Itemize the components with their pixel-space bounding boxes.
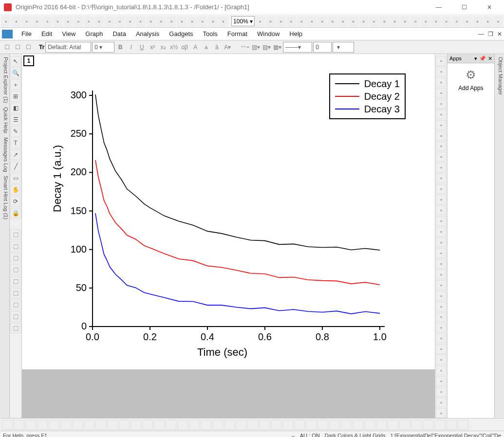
menu-help[interactable]: Help — [284, 29, 307, 39]
right-toolbar-button[interactable]: ▫ — [436, 88, 447, 98]
messages-log-tab[interactable]: Messages Log — [0, 137, 9, 172]
right-toolbar-button[interactable]: ▫ — [436, 398, 447, 407]
toolbar-button[interactable]: ▫ — [379, 16, 389, 27]
graphtype-button[interactable] — [434, 420, 445, 430]
right-toolbar-button[interactable]: ▫ — [436, 195, 447, 204]
mdi-minimize[interactable]: — — [476, 29, 486, 39]
graphtype-button[interactable] — [224, 420, 235, 430]
font-color-button[interactable]: A▾ — [223, 42, 232, 52]
toolbar-button[interactable]: ▫ — [198, 16, 207, 27]
graphtype-button[interactable] — [177, 420, 188, 430]
greek-button[interactable]: αβ — [180, 42, 189, 52]
graphtype-button[interactable] — [49, 420, 59, 430]
graphtype-button[interactable] — [388, 420, 398, 430]
color-swatch[interactable]: ▾ — [333, 42, 354, 53]
hand-tool-icon[interactable]: ✋ — [10, 184, 21, 195]
right-toolbar-button[interactable]: ▫ — [436, 259, 447, 269]
graphtype-button[interactable] — [317, 420, 328, 430]
toolbar-button[interactable]: ▫ — [493, 16, 503, 27]
opacity-field[interactable]: 0 — [313, 42, 332, 53]
toolbar-button[interactable]: ▫ — [462, 16, 472, 27]
add-apps-label[interactable]: Add Apps — [458, 85, 483, 91]
bold-button[interactable]: B — [115, 42, 125, 52]
graphtype-button[interactable] — [364, 420, 375, 430]
right-toolbar-button[interactable]: ▫ — [436, 216, 447, 226]
plot-area[interactable]: Decay 1 (a.u.) Time (sec) Decay 1 Decay … — [22, 66, 435, 369]
graphtype-button[interactable] — [25, 420, 36, 430]
zoom-combo[interactable]: 100% ▾ — [231, 16, 255, 26]
superscript-button[interactable]: x² — [148, 42, 157, 52]
graphtype-button[interactable] — [60, 420, 71, 430]
toolbar-button[interactable]: ▫ — [125, 16, 135, 27]
right-toolbar-button[interactable]: ▫ — [436, 408, 447, 418]
right-toolbar-button[interactable]: ▫ — [436, 184, 447, 194]
graphtype-button[interactable] — [282, 420, 293, 430]
increase-font-button[interactable]: A — [190, 42, 200, 52]
right-toolbar-button[interactable]: ▫ — [436, 67, 447, 76]
mdi-close[interactable]: ✕ — [495, 29, 504, 39]
selection-tool-icon[interactable]: ◧ — [10, 103, 21, 113]
format-button[interactable]: ☐ — [23, 42, 33, 52]
add-apps-icon[interactable]: ⚙ — [466, 68, 476, 82]
graphtype-button[interactable] — [131, 420, 141, 430]
right-toolbar-button[interactable]: ▫ — [436, 77, 447, 87]
toolbar-button[interactable]: ▫ — [105, 16, 114, 27]
overbar-button[interactable]: ā — [212, 42, 222, 52]
menu-gadgets[interactable]: Gadgets — [164, 29, 198, 39]
toolbar-button[interactable]: ▫ — [11, 16, 21, 27]
right-toolbar-button[interactable]: ▫ — [436, 302, 447, 311]
right-toolbar-button[interactable]: ▫ — [436, 227, 447, 237]
draw-tool-icon[interactable]: ✎ — [10, 126, 21, 137]
toolbar-button[interactable]: ▫ — [265, 16, 275, 27]
right-toolbar-button[interactable]: ▫ — [436, 99, 447, 109]
toolbar-button[interactable]: ▫ — [276, 16, 286, 27]
menu-window[interactable]: Window — [252, 29, 284, 39]
graphtype-button[interactable] — [95, 420, 106, 430]
line-sample[interactable]: ───▾ — [283, 42, 312, 53]
palette-button[interactable]: ⬚ — [10, 241, 21, 252]
y-axis-label[interactable]: Decay 1 (a.u.) — [51, 145, 64, 212]
toolbar-button[interactable]: ▫ — [390, 16, 399, 27]
palette-button[interactable]: ⬚ — [10, 288, 21, 298]
lock-tool-icon[interactable]: 🔒 — [10, 208, 21, 218]
toolbar-button[interactable]: ▫ — [63, 16, 73, 27]
palette-button[interactable]: ⬚ — [10, 229, 21, 240]
graphtype-button[interactable] — [306, 420, 317, 430]
toolbar-button[interactable]: ▫ — [135, 16, 145, 27]
toolbar-button[interactable]: ▫ — [442, 16, 451, 27]
toolbar-button[interactable]: ▫ — [146, 16, 156, 27]
line-tool-icon[interactable]: ╱ — [10, 161, 21, 172]
right-toolbar-button[interactable]: ▫ — [436, 323, 447, 332]
layer-indicator[interactable]: 1 — [23, 55, 34, 66]
toolbar-button[interactable]: ▫ — [32, 16, 42, 27]
toolbar-button[interactable]: ▫ — [431, 16, 441, 27]
menu-edit[interactable]: Edit — [37, 29, 57, 39]
toolbar-button[interactable]: ▫ — [74, 16, 83, 27]
toolbar-button[interactable]: ▫ — [53, 16, 62, 27]
toolbar-button[interactable]: ▫ — [218, 16, 228, 27]
fill-button[interactable]: ▧▾ — [251, 42, 261, 52]
right-toolbar-button[interactable]: ▫ — [436, 312, 447, 322]
fill-button[interactable]: ▦▾ — [272, 42, 282, 52]
graphtype-button[interactable] — [294, 420, 305, 430]
right-toolbar-button[interactable]: ▫ — [436, 237, 447, 247]
graphtype-button[interactable] — [2, 420, 13, 430]
toolbar-button[interactable]: ▫ — [472, 16, 482, 27]
quick-help-tab[interactable]: Quick Help — [0, 107, 9, 133]
toolbar-button[interactable]: ▫ — [421, 16, 430, 27]
toolbar-button[interactable]: ▫ — [369, 16, 379, 27]
supersub-button[interactable]: x½ — [169, 42, 179, 52]
rotate-tool-icon[interactable]: ⟳ — [10, 196, 21, 207]
toolbar-button[interactable]: ▫ — [177, 16, 187, 27]
rect-tool-icon[interactable]: ▭ — [10, 173, 21, 183]
font-size-combo[interactable]: 0 ▾ — [92, 42, 114, 53]
toolbar-button[interactable]: ▫ — [452, 16, 462, 27]
graphtype-button[interactable] — [458, 420, 468, 430]
toolbar-button[interactable]: ▫ — [94, 16, 104, 27]
right-toolbar-button[interactable]: ▫ — [436, 152, 447, 162]
format-button[interactable]: ☐ — [13, 42, 22, 52]
menu-format[interactable]: Format — [223, 29, 252, 39]
menu-data[interactable]: Data — [108, 29, 131, 39]
graphtype-button[interactable] — [154, 420, 165, 430]
graphtype-button[interactable] — [166, 420, 176, 430]
